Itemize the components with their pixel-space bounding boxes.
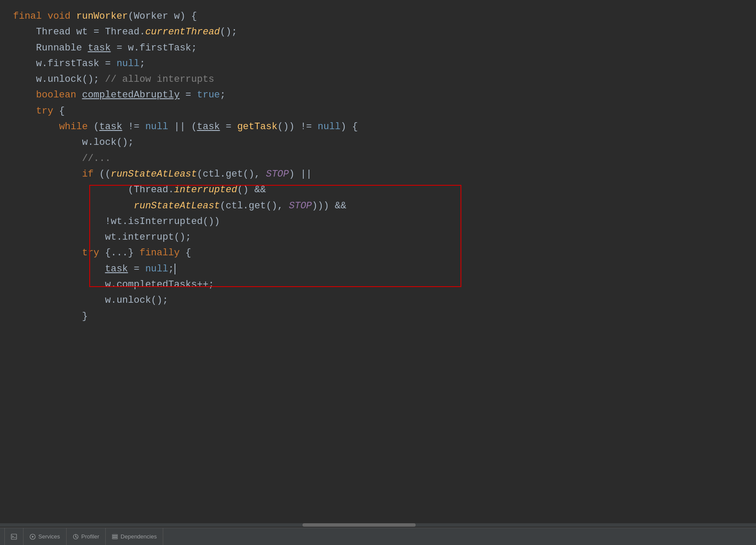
code-editor: final void runWorker(Worker w) { Thread … [0,0,756,528]
code-line-12: (Thread.interrupted() && [13,182,756,198]
code-line-17: task = null; [13,261,756,277]
code-line-11: if ((runStateAtLeast(ctl.get(), STOP) || [13,167,756,182]
code-line-4: w.firstTask = null; [13,56,756,72]
terminal-icon [11,534,17,540]
status-bar: Services Profiler Dependencies [0,528,756,545]
code-line-6: boolean completedAbruptly = true; [13,87,756,103]
code-line-7: try { [13,104,756,119]
code-line-15: wt.interrupt(); [13,230,756,245]
code-line-16: try {...} finally { [13,245,756,261]
svg-rect-0 [11,534,17,539]
dependencies-tab-label: Dependencies [121,533,157,540]
code-line-1: final void runWorker(Worker w) { [13,9,756,24]
dependencies-icon [112,534,118,540]
svg-rect-7 [112,536,118,537]
tab-profiler[interactable]: Profiler [67,528,106,545]
code-line-18: w.completedTasks++; [13,277,756,293]
code-line-3: Runnable task = w.firstTask; [13,40,756,56]
svg-rect-8 [112,538,118,539]
tab-dependencies[interactable]: Dependencies [106,528,163,545]
scrollbar-thumb[interactable] [302,523,416,527]
code-line-19: w.unlock(); [13,293,756,308]
code-line-2: Thread wt = Thread.currentThread(); [13,24,756,40]
svg-marker-3 [32,535,34,538]
code-line-10: //... [13,151,756,167]
code-line-14: !wt.isInterrupted()) [13,214,756,230]
code-line-8: while (task != null || (task = getTask()… [13,119,756,135]
code-line-20: } [13,309,756,324]
tab-services[interactable]: Services [24,528,67,545]
svg-rect-6 [112,535,118,536]
svg-point-5 [75,536,76,537]
tab-terminal[interactable] [4,528,24,545]
code-line-9: w.lock(); [13,135,756,150]
horizontal-scrollbar[interactable] [0,523,756,527]
services-icon [30,534,36,540]
services-tab-label: Services [38,533,60,540]
profiler-tab-label: Profiler [81,533,99,540]
code-line-5: w.unlock(); // allow interrupts [13,72,756,87]
profiler-icon [73,534,79,540]
code-line-13: runStateAtLeast(ctl.get(), STOP))) && [13,198,756,214]
